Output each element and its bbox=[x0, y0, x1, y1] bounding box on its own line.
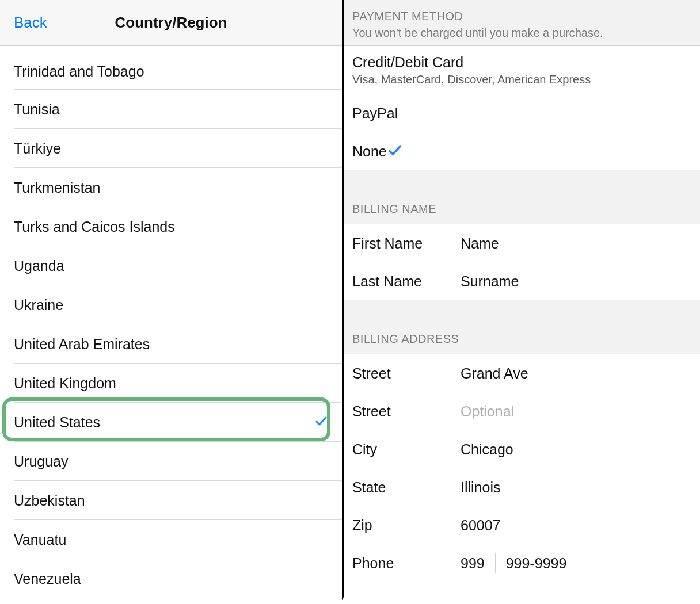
billing-address-header: BILLING ADDRESS bbox=[344, 300, 700, 354]
payment-option-row[interactable]: Credit/Debit CardVisa, MasterCard, Disco… bbox=[344, 46, 700, 94]
country-label: United States bbox=[14, 414, 100, 431]
country-row[interactable]: Uruguay bbox=[0, 442, 342, 481]
payment-option-title: PayPal bbox=[352, 105, 398, 122]
payment-option-row[interactable]: None bbox=[344, 132, 700, 170]
country-label: Venezuela bbox=[14, 571, 81, 587]
payment-options-group: Credit/Debit CardVisa, MasterCard, Disco… bbox=[344, 46, 700, 170]
form-row[interactable]: Zip60007 bbox=[344, 506, 700, 544]
form-label: State bbox=[352, 479, 461, 496]
payment-option-title: Credit/Debit Card bbox=[352, 54, 463, 71]
country-label: Tunisia bbox=[14, 101, 60, 118]
country-row[interactable]: Tunisia bbox=[0, 90, 342, 129]
country-row[interactable]: United Kingdom bbox=[0, 364, 342, 403]
phone-row[interactable]: Phone999999-9999 bbox=[344, 544, 700, 582]
country-list: Trinidad and TobagoTunisiaTürkiyeTurkmen… bbox=[0, 46, 342, 604]
form-value[interactable]: 60007 bbox=[461, 517, 692, 534]
page-title: Country/Region bbox=[115, 14, 227, 32]
billing-address-group: StreetGrand AveStreetOptionalCityChicago… bbox=[344, 354, 700, 582]
country-label: United Kingdom bbox=[14, 375, 116, 392]
form-value[interactable]: Name bbox=[461, 235, 692, 252]
country-label: Vanuatu bbox=[14, 532, 66, 548]
form-row[interactable]: CityChicago bbox=[344, 430, 700, 468]
form-label: First Name bbox=[352, 235, 461, 252]
phone-number[interactable]: 999-9999 bbox=[506, 555, 567, 572]
country-label: Uganda bbox=[14, 258, 64, 274]
country-row[interactable]: Trinidad and Tobago bbox=[0, 46, 342, 90]
country-row[interactable]: Turks and Caicos Islands bbox=[0, 207, 342, 246]
country-label: Uzbekistan bbox=[14, 492, 85, 509]
form-value[interactable]: Chicago bbox=[461, 441, 692, 458]
country-label: United Arab Emirates bbox=[14, 336, 150, 353]
country-row[interactable]: Uganda bbox=[0, 246, 342, 285]
payment-billing-panel: PAYMENT METHOD You won't be charged unti… bbox=[344, 0, 700, 604]
payment-option-row[interactable]: PayPal bbox=[344, 94, 700, 132]
country-label: Trinidad and Tobago bbox=[14, 63, 144, 80]
payment-option-sub: Visa, MasterCard, Discover, American Exp… bbox=[352, 73, 591, 86]
payment-method-header: PAYMENT METHOD You won't be charged unti… bbox=[344, 0, 700, 46]
form-row[interactable]: Last NameSurname bbox=[344, 262, 700, 300]
form-label: City bbox=[352, 441, 461, 458]
phone-area-code[interactable]: 999 bbox=[461, 555, 495, 572]
left-header: Back Country/Region bbox=[0, 0, 342, 46]
form-value[interactable]: Surname bbox=[461, 273, 692, 290]
form-label: Zip bbox=[352, 517, 461, 534]
form-row[interactable]: StreetOptional bbox=[344, 392, 700, 430]
country-label: Turks and Caicos Islands bbox=[14, 219, 175, 235]
form-label: Street bbox=[352, 403, 461, 420]
country-label: Turkmenistan bbox=[14, 179, 101, 196]
form-value[interactable]: Grand Ave bbox=[461, 365, 692, 382]
form-label: Phone bbox=[352, 555, 461, 572]
form-value[interactable]: Illinois bbox=[461, 479, 692, 496]
form-value[interactable]: Optional bbox=[461, 403, 692, 420]
country-label: Ukraine bbox=[14, 297, 63, 314]
payment-option-title: None bbox=[352, 143, 387, 160]
country-row[interactable]: Turkmenistan bbox=[0, 168, 342, 207]
payment-method-subtitle: You won't be charged until you make a pu… bbox=[352, 26, 692, 40]
form-row[interactable]: StreetGrand Ave bbox=[344, 354, 700, 392]
country-row[interactable]: United States bbox=[0, 403, 342, 442]
country-label: Türkiye bbox=[14, 140, 61, 157]
payment-method-title: PAYMENT METHOD bbox=[352, 10, 692, 23]
country-row[interactable]: United Arab Emirates bbox=[0, 324, 342, 364]
billing-name-title: BILLING NAME bbox=[352, 202, 692, 216]
form-label: Street bbox=[352, 365, 461, 382]
form-row[interactable]: First NameName bbox=[344, 224, 700, 262]
country-label: Uruguay bbox=[14, 453, 69, 470]
billing-name-header: BILLING NAME bbox=[344, 170, 700, 224]
back-button[interactable]: Back bbox=[14, 14, 47, 32]
checkmark-icon bbox=[387, 142, 403, 160]
country-row[interactable]: Uzbekistan bbox=[0, 481, 342, 520]
country-row[interactable]: Vanuatu bbox=[0, 520, 342, 559]
country-row[interactable]: Venezuela bbox=[0, 559, 342, 598]
checkmark-icon bbox=[314, 414, 328, 430]
country-region-panel: Back Country/Region Trinidad and TobagoT… bbox=[0, 0, 344, 604]
country-row[interactable]: Türkiye bbox=[0, 129, 342, 168]
billing-address-title: BILLING ADDRESS bbox=[352, 332, 692, 346]
country-row[interactable]: Ukraine bbox=[0, 285, 342, 324]
form-row[interactable]: StateIllinois bbox=[344, 468, 700, 506]
billing-name-group: First NameNameLast NameSurname bbox=[344, 224, 700, 300]
phone-value[interactable]: 999999-9999 bbox=[461, 553, 692, 573]
form-label: Last Name bbox=[352, 273, 461, 290]
phone-separator bbox=[495, 553, 496, 573]
